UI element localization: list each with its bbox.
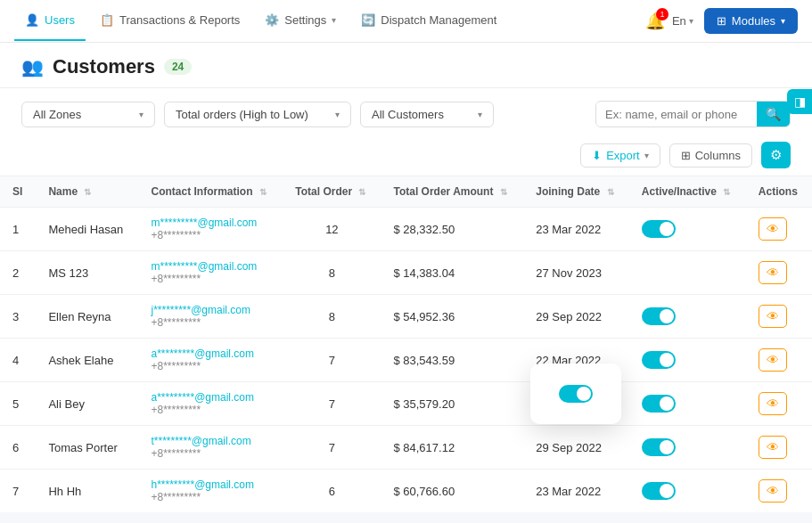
total-amount-sort-icon: ⇅ xyxy=(500,187,507,197)
customers-group-icon: 👥 xyxy=(21,56,44,78)
search-input[interactable] xyxy=(596,102,757,127)
toggle-3[interactable] xyxy=(642,307,676,325)
contact-email: a*********@gmail.com xyxy=(151,391,270,404)
cell-si: 7 xyxy=(0,470,36,513)
view-button-6[interactable]: 👁 xyxy=(759,436,787,459)
toggle-7[interactable] xyxy=(642,482,676,500)
lang-chevron-icon: ▾ xyxy=(689,16,693,26)
actions-row: ⬇ Export ▾ ⊞ Columns ⚙ xyxy=(0,135,812,176)
col-header-si: SI xyxy=(0,176,36,208)
toggle-1[interactable] xyxy=(642,220,676,238)
active-inactive-popup xyxy=(530,364,621,424)
side-bar-icon-1[interactable]: ◨ xyxy=(791,94,808,109)
cell-actions: 👁 xyxy=(746,208,812,251)
search-button[interactable]: 🔍 xyxy=(757,102,790,127)
cell-total-amount: $ 60,766.60 xyxy=(381,470,523,513)
col-header-contact[interactable]: Contact Information ⇅ xyxy=(138,176,283,208)
cell-total-amount: $ 83,543.59 xyxy=(381,339,523,382)
contact-email: a*********@gmail.com xyxy=(151,347,270,360)
cell-contact: m*********@gmail.com +8********* xyxy=(138,208,283,251)
cell-active xyxy=(629,470,746,513)
cell-active xyxy=(629,339,746,382)
view-button-1[interactable]: 👁 xyxy=(759,217,787,241)
nav-transactions-label: Transactions & Reports xyxy=(119,13,240,27)
cell-total-amount: $ 28,332.50 xyxy=(381,208,523,251)
cell-actions: 👁 xyxy=(746,339,812,382)
cell-total-amount: $ 14,383.04 xyxy=(381,251,523,295)
settings-chevron-icon: ▾ xyxy=(332,15,336,25)
contact-email: m*********@gmail.com xyxy=(151,217,270,229)
zone-chevron-icon: ▾ xyxy=(139,110,144,119)
view-button-7[interactable]: 👁 xyxy=(759,479,787,503)
cell-name: MS 123 xyxy=(36,251,138,295)
zone-filter-label: All Zones xyxy=(33,108,81,121)
contact-email: m*********@gmail.com xyxy=(151,260,270,273)
cell-active xyxy=(629,208,746,251)
table-row: 1 Mehedi Hasan m*********@gmail.com +8**… xyxy=(0,208,812,251)
cell-total-order: 8 xyxy=(283,295,381,339)
view-button-4[interactable]: 👁 xyxy=(759,348,787,372)
order-filter[interactable]: Total orders (High to Low) ▾ xyxy=(164,102,351,127)
nav-item-dispatch[interactable]: 🔄 Dispatch Management xyxy=(350,1,507,41)
cell-si: 1 xyxy=(0,208,36,251)
contact-phone: +8********* xyxy=(151,229,270,241)
columns-button[interactable]: ⊞ Columns xyxy=(669,143,752,168)
cell-actions: 👁 xyxy=(746,470,812,513)
col-header-actions: Actions xyxy=(746,176,812,208)
col-header-name[interactable]: Name ⇅ xyxy=(36,176,138,208)
cell-actions: 👁 xyxy=(746,251,812,295)
order-filter-label: Total orders (High to Low) xyxy=(176,108,308,121)
modules-button[interactable]: ⊞ Modules ▾ xyxy=(704,8,798,34)
nav-item-users[interactable]: 👤 Users xyxy=(14,1,86,41)
toggle-popup[interactable] xyxy=(559,385,593,403)
page-header: 👥 Customers 24 xyxy=(0,43,812,88)
cell-name: Ashek Elahe xyxy=(36,339,138,382)
nav-bell[interactable]: 🔔 1 xyxy=(645,12,665,31)
view-button-2[interactable]: 👁 xyxy=(759,261,787,284)
toggle-5[interactable] xyxy=(642,395,676,413)
table-row: 2 MS 123 m*********@gmail.com +8********… xyxy=(0,251,812,295)
col-header-total-order[interactable]: Total Order ⇅ xyxy=(283,176,381,208)
zone-filter[interactable]: All Zones ▾ xyxy=(21,102,155,127)
cell-name: Ellen Reyna xyxy=(36,295,138,339)
nav-language[interactable]: En ▾ xyxy=(672,14,693,28)
cell-total-order: 12 xyxy=(283,208,381,251)
cell-si: 4 xyxy=(0,339,36,382)
total-order-sort-icon: ⇅ xyxy=(358,187,365,197)
gear-button[interactable]: ⚙ xyxy=(761,142,791,168)
customer-filter[interactable]: All Customers ▾ xyxy=(360,102,494,127)
cell-active xyxy=(629,382,746,426)
cell-actions: 👁 xyxy=(746,426,812,470)
nav-dispatch-label: Dispatch Management xyxy=(381,13,496,27)
table-row: 4 Ashek Elahe a*********@gmail.com +8***… xyxy=(0,339,812,382)
toggle-4[interactable] xyxy=(642,351,676,369)
toggle-6[interactable] xyxy=(642,438,676,456)
cell-total-amount: $ 35,579.20 xyxy=(381,382,523,426)
cell-contact: m*********@gmail.com +8********* xyxy=(138,251,283,295)
side-teal-bar: ◨ xyxy=(787,89,812,114)
col-header-active[interactable]: Active/Inactive ⇅ xyxy=(629,176,746,208)
cell-joining-date: 23 Mar 2022 xyxy=(523,470,629,513)
name-sort-icon: ⇅ xyxy=(84,187,91,197)
contact-phone: +8********* xyxy=(151,404,270,416)
view-button-5[interactable]: 👁 xyxy=(759,392,787,415)
filters-row: All Zones ▾ Total orders (High to Low) ▾… xyxy=(0,88,812,135)
nav-item-transactions[interactable]: 📋 Transactions & Reports xyxy=(89,1,250,41)
nav-item-settings[interactable]: ⚙️ Settings ▾ xyxy=(254,1,347,41)
view-button-3[interactable]: 👁 xyxy=(759,305,787,328)
cell-actions: 👁 xyxy=(746,382,812,426)
bell-badge: 1 xyxy=(656,8,668,20)
cell-si: 6 xyxy=(0,426,36,470)
export-button[interactable]: ⬇ Export ▾ xyxy=(580,143,660,168)
cell-total-order: 7 xyxy=(283,382,381,426)
joining-date-sort-icon: ⇅ xyxy=(607,187,614,197)
cell-joining-date: 29 Sep 2022 xyxy=(523,295,629,339)
customer-chevron-icon: ▾ xyxy=(478,110,482,119)
cell-total-amount: $ 84,617.12 xyxy=(381,426,523,470)
col-header-total-amount[interactable]: Total Order Amount ⇅ xyxy=(381,176,523,208)
col-header-joining-date[interactable]: Joining Date ⇅ xyxy=(523,176,629,208)
contact-phone: +8********* xyxy=(151,491,270,503)
cell-contact: j*********@gmail.com +8********* xyxy=(138,295,283,339)
modules-label: Modules xyxy=(732,14,775,28)
contact-email: h*********@gmail.com xyxy=(151,478,270,491)
